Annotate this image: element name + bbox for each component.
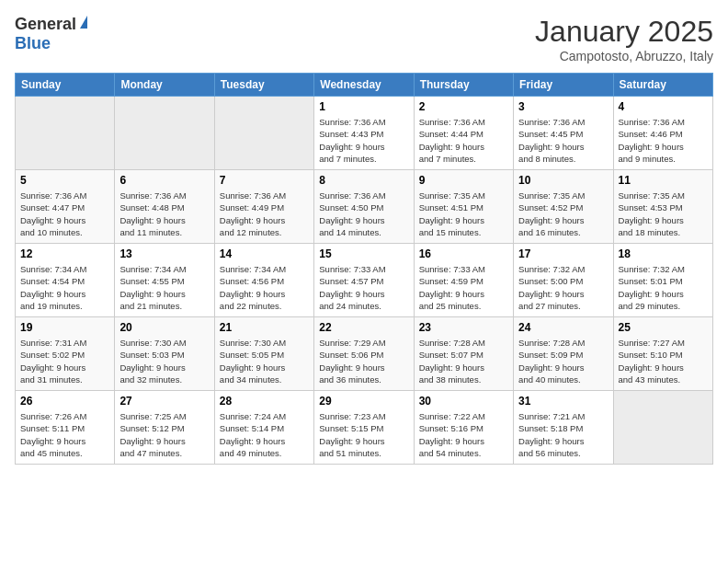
day-info: Sunrise: 7:26 AMSunset: 5:11 PMDaylight:…	[20, 410, 109, 459]
day-number: 24	[518, 321, 608, 334]
calendar-cell: 20Sunrise: 7:30 AMSunset: 5:03 PMDayligh…	[115, 317, 214, 391]
weekday-header: Thursday	[414, 74, 513, 97]
calendar-cell	[16, 97, 115, 170]
calendar-week-row: 19Sunrise: 7:31 AMSunset: 5:02 PMDayligh…	[16, 317, 713, 391]
day-info: Sunrise: 7:33 AMSunset: 4:59 PMDaylight:…	[419, 263, 508, 312]
day-number: 7	[220, 174, 309, 187]
day-number: 11	[619, 174, 708, 187]
calendar-cell: 24Sunrise: 7:28 AMSunset: 5:09 PMDayligh…	[514, 317, 613, 391]
calendar-cell: 3Sunrise: 7:36 AMSunset: 4:45 PMDaylight…	[514, 97, 613, 170]
calendar-cell	[613, 391, 712, 465]
calendar-cell	[214, 97, 313, 170]
calendar-cell: 28Sunrise: 7:24 AMSunset: 5:14 PMDayligh…	[214, 391, 313, 465]
day-info: Sunrise: 7:35 AMSunset: 4:51 PMDaylight:…	[419, 190, 508, 238]
day-number: 27	[119, 395, 209, 408]
day-number: 20	[119, 321, 209, 334]
calendar-cell: 29Sunrise: 7:23 AMSunset: 5:15 PMDayligh…	[314, 391, 414, 465]
day-info: Sunrise: 7:30 AMSunset: 5:05 PMDaylight:…	[220, 337, 309, 385]
day-number: 9	[419, 174, 508, 187]
calendar-cell: 12Sunrise: 7:34 AMSunset: 4:54 PMDayligh…	[16, 244, 115, 317]
weekday-header-row: SundayMondayTuesdayWednesdayThursdayFrid…	[16, 74, 713, 97]
calendar-cell: 30Sunrise: 7:22 AMSunset: 5:16 PMDayligh…	[414, 391, 513, 465]
calendar-cell: 15Sunrise: 7:33 AMSunset: 4:57 PMDayligh…	[314, 244, 414, 317]
calendar-cell: 18Sunrise: 7:32 AMSunset: 5:01 PMDayligh…	[613, 244, 712, 317]
day-number: 30	[419, 395, 508, 408]
day-info: Sunrise: 7:30 AMSunset: 5:03 PMDaylight:…	[119, 337, 209, 385]
day-info: Sunrise: 7:36 AMSunset: 4:43 PMDaylight:…	[319, 116, 408, 165]
day-info: Sunrise: 7:32 AMSunset: 5:00 PMDaylight:…	[518, 263, 608, 312]
day-number: 22	[319, 321, 408, 334]
day-info: Sunrise: 7:34 AMSunset: 4:56 PMDaylight:…	[220, 263, 309, 312]
day-number: 13	[119, 247, 209, 260]
weekday-header: Wednesday	[314, 74, 414, 97]
calendar-cell: 16Sunrise: 7:33 AMSunset: 4:59 PMDayligh…	[414, 244, 513, 317]
day-number: 25	[619, 321, 708, 334]
calendar-cell: 27Sunrise: 7:25 AMSunset: 5:12 PMDayligh…	[115, 391, 214, 465]
calendar-cell: 23Sunrise: 7:28 AMSunset: 5:07 PMDayligh…	[414, 317, 513, 391]
day-info: Sunrise: 7:36 AMSunset: 4:46 PMDaylight:…	[619, 116, 708, 165]
calendar-cell: 6Sunrise: 7:36 AMSunset: 4:48 PMDaylight…	[115, 170, 214, 244]
calendar-cell: 4Sunrise: 7:36 AMSunset: 4:46 PMDaylight…	[613, 97, 712, 170]
day-number: 12	[20, 247, 109, 260]
day-number: 28	[220, 395, 309, 408]
weekday-header: Tuesday	[214, 74, 313, 97]
day-info: Sunrise: 7:28 AMSunset: 5:07 PMDaylight:…	[419, 337, 508, 385]
calendar-week-row: 5Sunrise: 7:36 AMSunset: 4:47 PMDaylight…	[16, 170, 713, 244]
day-number: 6	[119, 174, 209, 187]
logo-blue-text: Blue	[15, 34, 51, 53]
day-info: Sunrise: 7:22 AMSunset: 5:16 PMDaylight:…	[419, 410, 508, 459]
title-section: January 2025 Campotosto, Abruzzo, Italy	[535, 15, 713, 63]
day-number: 10	[518, 174, 608, 187]
calendar-cell: 1Sunrise: 7:36 AMSunset: 4:43 PMDaylight…	[314, 97, 414, 170]
weekday-header: Monday	[115, 74, 214, 97]
day-number: 18	[619, 247, 708, 260]
day-info: Sunrise: 7:35 AMSunset: 4:52 PMDaylight:…	[518, 190, 608, 238]
day-info: Sunrise: 7:35 AMSunset: 4:53 PMDaylight:…	[619, 190, 708, 238]
calendar-cell: 9Sunrise: 7:35 AMSunset: 4:51 PMDaylight…	[414, 170, 513, 244]
day-info: Sunrise: 7:27 AMSunset: 5:10 PMDaylight:…	[619, 337, 708, 385]
logo: General Blue	[15, 15, 87, 53]
day-number: 1	[319, 100, 408, 113]
day-number: 2	[419, 100, 508, 113]
day-info: Sunrise: 7:36 AMSunset: 4:47 PMDaylight:…	[20, 190, 109, 238]
calendar-cell: 25Sunrise: 7:27 AMSunset: 5:10 PMDayligh…	[613, 317, 712, 391]
day-number: 15	[319, 247, 408, 260]
day-info: Sunrise: 7:36 AMSunset: 4:48 PMDaylight:…	[119, 190, 209, 238]
calendar-week-row: 1Sunrise: 7:36 AMSunset: 4:43 PMDaylight…	[16, 97, 713, 170]
calendar-cell: 19Sunrise: 7:31 AMSunset: 5:02 PMDayligh…	[16, 317, 115, 391]
logo-triangle-icon	[80, 16, 87, 29]
day-number: 4	[619, 100, 708, 113]
day-info: Sunrise: 7:24 AMSunset: 5:14 PMDaylight:…	[220, 410, 309, 459]
calendar-cell: 8Sunrise: 7:36 AMSunset: 4:50 PMDaylight…	[314, 170, 414, 244]
calendar-cell: 5Sunrise: 7:36 AMSunset: 4:47 PMDaylight…	[16, 170, 115, 244]
weekday-header: Saturday	[613, 74, 712, 97]
calendar-cell: 17Sunrise: 7:32 AMSunset: 5:00 PMDayligh…	[514, 244, 613, 317]
calendar-week-row: 26Sunrise: 7:26 AMSunset: 5:11 PMDayligh…	[16, 391, 713, 465]
day-number: 31	[518, 395, 608, 408]
day-info: Sunrise: 7:36 AMSunset: 4:45 PMDaylight:…	[518, 116, 608, 165]
day-number: 8	[319, 174, 408, 187]
calendar-cell: 14Sunrise: 7:34 AMSunset: 4:56 PMDayligh…	[214, 244, 313, 317]
calendar-cell: 31Sunrise: 7:21 AMSunset: 5:18 PMDayligh…	[514, 391, 613, 465]
day-info: Sunrise: 7:36 AMSunset: 4:49 PMDaylight:…	[220, 190, 309, 238]
day-number: 23	[419, 321, 508, 334]
logo-general-text: General	[15, 15, 76, 34]
day-number: 14	[220, 247, 309, 260]
day-number: 26	[20, 395, 109, 408]
day-number: 3	[518, 100, 608, 113]
location-subtitle: Campotosto, Abruzzo, Italy	[535, 49, 713, 63]
day-number: 19	[20, 321, 109, 334]
calendar-cell: 11Sunrise: 7:35 AMSunset: 4:53 PMDayligh…	[613, 170, 712, 244]
day-number: 29	[319, 395, 408, 408]
day-number: 21	[220, 321, 309, 334]
calendar-cell: 21Sunrise: 7:30 AMSunset: 5:05 PMDayligh…	[214, 317, 313, 391]
day-info: Sunrise: 7:29 AMSunset: 5:06 PMDaylight:…	[319, 337, 408, 385]
day-info: Sunrise: 7:33 AMSunset: 4:57 PMDaylight:…	[319, 263, 408, 312]
calendar-week-row: 12Sunrise: 7:34 AMSunset: 4:54 PMDayligh…	[16, 244, 713, 317]
calendar-table: SundayMondayTuesdayWednesdayThursdayFrid…	[15, 73, 713, 465]
weekday-header: Sunday	[16, 74, 115, 97]
day-info: Sunrise: 7:21 AMSunset: 5:18 PMDaylight:…	[518, 410, 608, 459]
month-title: January 2025	[535, 15, 713, 49]
day-info: Sunrise: 7:28 AMSunset: 5:09 PMDaylight:…	[518, 337, 608, 385]
day-number: 5	[20, 174, 109, 187]
